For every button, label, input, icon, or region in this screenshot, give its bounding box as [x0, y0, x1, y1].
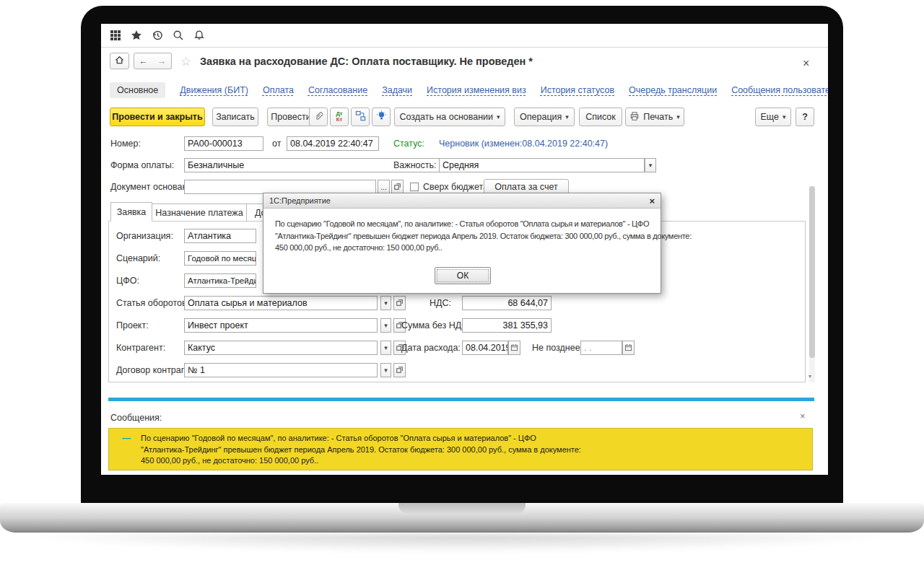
tab-soobscheniya-polzovateley[interactable]: Сообщения пользователей [731, 85, 828, 95]
tab-ochered-translyacii[interactable]: Очередь трансляции [629, 85, 717, 95]
chevron-down-icon: ▾ [783, 113, 786, 121]
nav-tabs: Основное Движения (БИТ) Оплата Согласова… [110, 82, 828, 99]
tab-oplata[interactable]: Оплата [263, 85, 294, 95]
contract-field[interactable]: № 1 [184, 363, 378, 377]
print-label: Печать [643, 112, 673, 122]
number-field[interactable]: РА00-000013 [184, 136, 263, 151]
structure-report-button[interactable] [351, 108, 370, 126]
project-label: Проект: [116, 318, 149, 333]
project-field[interactable]: Инвест проект [184, 318, 378, 333]
print-button[interactable]: Печать ▾ [625, 108, 684, 126]
inner-tab-zayavka[interactable]: Заявка [110, 202, 152, 222]
inner-tab-naznachenie-platezha[interactable]: Назначение платежа [152, 203, 247, 222]
org-field[interactable]: Атлантика [184, 229, 256, 243]
expense-date-calendar-button[interactable] [508, 341, 520, 355]
turnover-item-label: Статья оборотов: [116, 296, 189, 310]
base-doc-field[interactable] [184, 180, 376, 194]
contract-open-button[interactable] [393, 363, 406, 377]
project-dropdown-button[interactable]: ▾ [380, 318, 391, 333]
home-icon [114, 55, 125, 67]
sum-wo-vat-field[interactable]: 381 355,93 [462, 318, 552, 333]
help-button[interactable]: ? [796, 108, 814, 126]
create-based-on-button[interactable]: Создать на основании ▾ [394, 108, 505, 126]
create-based-on-label: Создать на основании [399, 112, 493, 122]
notifications-bell-icon[interactable] [193, 30, 205, 41]
hint-lamp-button[interactable] [372, 108, 391, 126]
message-text[interactable]: По сценарию "Годовой по месяцам", по ана… [141, 433, 581, 467]
from-label: от [272, 136, 281, 151]
messages-divider [108, 398, 814, 401]
tab-dvizheniya-bit[interactable]: Движения (БИТ) [180, 85, 248, 95]
messages-close-icon[interactable]: × [800, 411, 806, 421]
forward-button[interactable]: → [152, 53, 172, 69]
importance-field[interactable]: Средняя [439, 158, 645, 172]
tab-istoriya-viz[interactable]: История изменения виз [427, 85, 526, 95]
turnover-open-button[interactable] [393, 296, 406, 310]
vat-field[interactable]: 68 644,07 [462, 296, 552, 310]
status-value[interactable]: Черновик (изменен:08.04.2019 22:40:47) [439, 136, 608, 151]
counterparty-label: Контрагент: [116, 341, 165, 355]
tab-zadachi[interactable]: Задачи [382, 85, 412, 95]
list-button[interactable]: Список [579, 108, 622, 126]
attachments-button[interactable] [309, 108, 328, 126]
ellipsis-icon: ... [380, 183, 386, 191]
over-budget-checkbox[interactable] [410, 183, 419, 191]
printer-icon [629, 111, 640, 123]
post-and-close-button[interactable]: Провести и закрыть [110, 108, 205, 126]
back-button[interactable]: ← [134, 53, 153, 69]
importance-dropdown-button[interactable]: ▾ [645, 158, 656, 172]
datetime-field[interactable]: 08.04.2019 22:40:47 [287, 136, 379, 151]
payment-form-label: Форма оплаты: [110, 158, 174, 172]
dialog-message: По сценарию "Годовой по месяцам", по ана… [263, 209, 661, 254]
status-label: Статус: [393, 136, 424, 151]
over-budget-label: Сверх бюджета [423, 180, 488, 194]
scrollbar-down-icon[interactable]: ▾ [808, 373, 811, 380]
counterparty-dropdown-button[interactable]: ▾ [380, 341, 391, 355]
debit-credit-button[interactable]: Дт Кт [330, 108, 349, 126]
write-button[interactable]: Записать [212, 108, 258, 126]
not-later-calendar-button[interactable] [622, 341, 635, 355]
lamp-icon [376, 110, 387, 123]
chevron-down-icon: ▾ [565, 113, 569, 121]
message-bullet-icon: — [122, 433, 131, 443]
expense-date-field[interactable]: 08.04.2019 [462, 341, 508, 355]
operation-button[interactable]: Операция ▾ [514, 108, 575, 126]
tab-osnovnoe[interactable]: Основное [110, 82, 165, 98]
laptop-reflection [22, 534, 902, 553]
scenario-label: Сценарий: [116, 251, 160, 266]
base-doc-open-button[interactable] [391, 180, 404, 194]
cfo-field[interactable]: Атлантика-Трейдинг [184, 273, 256, 288]
scenario-field[interactable]: Годовой по месяцам [184, 251, 256, 266]
home-button[interactable] [110, 53, 129, 69]
dialog-close-icon[interactable]: × [649, 196, 655, 206]
tab-istoriya-statusov[interactable]: История статусов [541, 85, 614, 95]
base-doc-select-button[interactable]: ... [378, 180, 390, 194]
turnover-dropdown-button[interactable]: ▾ [380, 296, 391, 310]
counterparty-field[interactable]: Кактус [184, 341, 378, 355]
alert-dialog: 1С:Предприятие × По сценарию "Годовой по… [263, 193, 661, 294]
vat-label: НДС: [430, 296, 451, 310]
cfo-label: ЦФО: [116, 273, 139, 288]
search-icon[interactable] [173, 30, 184, 41]
page-title: Заявка на расходование ДС: Оплата постав… [200, 56, 533, 67]
open-link-icon [396, 299, 404, 308]
turnover-item-field[interactable]: Оплата сырья и материалов [184, 296, 378, 310]
scrollbar-thumb[interactable] [809, 186, 815, 358]
importance-label: Важность: [393, 158, 436, 172]
favorite-star-icon[interactable]: ☆ [180, 54, 191, 69]
more-label: Еще [761, 112, 779, 122]
more-button[interactable]: Еще ▾ [755, 108, 791, 126]
window-close-icon[interactable]: × [803, 57, 809, 70]
favorites-star-icon[interactable] [131, 30, 142, 41]
menu-grid-icon[interactable] [110, 30, 121, 41]
history-icon[interactable] [152, 30, 163, 41]
chevron-down-icon: ▾ [384, 367, 388, 374]
vertical-scrollbar[interactable] [809, 186, 815, 382]
tab-soglasovanie[interactable]: Согласование [308, 85, 367, 95]
dialog-ok-button[interactable]: ОК [435, 267, 491, 284]
screen: ← → ☆ Заявка на расходование ДС: Оплата … [101, 24, 828, 475]
post-button[interactable]: Провести [267, 108, 315, 126]
not-later-field[interactable]: . . [580, 341, 622, 355]
contract-dropdown-button[interactable]: ▾ [380, 363, 391, 377]
dialog-titlebar[interactable]: 1С:Предприятие × [263, 193, 661, 209]
